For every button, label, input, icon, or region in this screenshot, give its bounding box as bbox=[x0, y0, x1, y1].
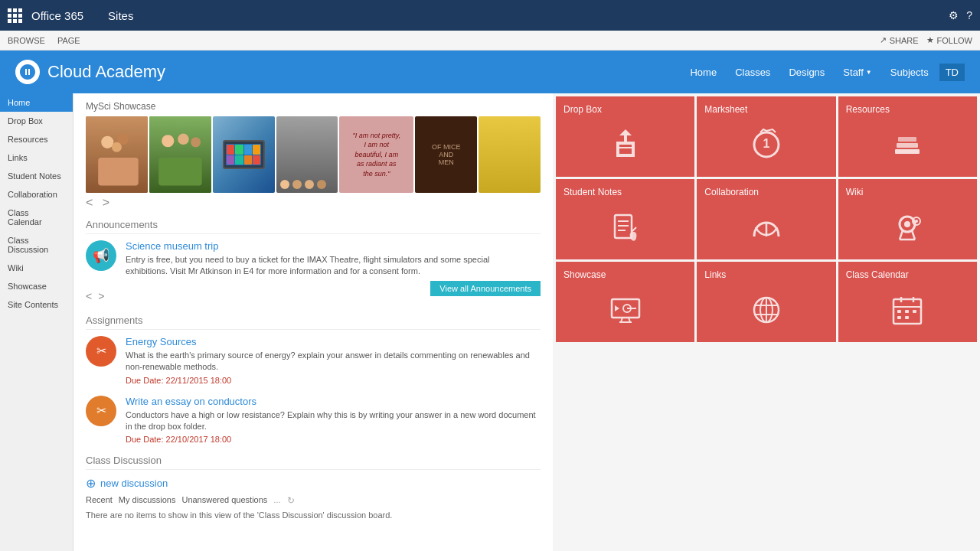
sidebar-item-showcase[interactable]: Showcase bbox=[0, 277, 73, 295]
tile-collaboration[interactable]: Collaboration bbox=[697, 179, 835, 259]
carousel-img-3 bbox=[213, 116, 275, 193]
view-all-announcements[interactable]: View all Announcements bbox=[430, 281, 541, 296]
assignment-icon-2: ✂ bbox=[86, 396, 116, 426]
assignment-title-1[interactable]: Energy Sources bbox=[126, 336, 541, 347]
svg-rect-3 bbox=[98, 158, 139, 185]
tile-showcase-title: Showcase bbox=[564, 269, 687, 280]
discussion-section: Class Discussion ⊕ new discussion Recent… bbox=[86, 455, 541, 520]
tile-collaboration-title: Collaboration bbox=[704, 187, 828, 197]
tile-marksheet[interactable]: Marksheet 1 bbox=[697, 96, 835, 177]
sidebar-item-collaboration[interactable]: Collaboration bbox=[0, 185, 73, 204]
assignment-item-2: ✂ Write an essay on conductors Conductor… bbox=[86, 396, 541, 445]
help-icon[interactable]: ? bbox=[966, 9, 972, 21]
tile-links-icon bbox=[704, 285, 828, 334]
svg-rect-11 bbox=[895, 149, 920, 154]
svg-rect-7 bbox=[158, 158, 202, 185]
follow-icon: ★ bbox=[926, 35, 934, 45]
assignment-title-2[interactable]: Write an essay on conductors bbox=[126, 396, 541, 407]
nav-classes[interactable]: Classes bbox=[727, 64, 778, 81]
staff-caret: ▼ bbox=[866, 69, 872, 76]
announcement-item: 📢 Science museum trip Entry is free, but… bbox=[86, 240, 541, 278]
quote-text: "I am not pretty, I am not beautiful, I … bbox=[345, 125, 407, 185]
svg-rect-31 bbox=[897, 310, 901, 313]
tile-links[interactable]: Links bbox=[697, 262, 835, 342]
svg-rect-35 bbox=[905, 316, 909, 319]
ann-next[interactable]: > bbox=[98, 290, 104, 302]
tile-resources-icon bbox=[846, 119, 969, 169]
nav-user[interactable]: TD bbox=[939, 64, 965, 81]
showcase-carousel: "I am not pretty, I am not beautiful, I … bbox=[86, 116, 541, 193]
settings-icon[interactable]: ⚙ bbox=[949, 9, 959, 21]
tile-class-calendar-icon bbox=[846, 285, 969, 334]
ann-nav: < > bbox=[86, 290, 104, 302]
svg-point-5 bbox=[178, 134, 189, 145]
tile-resources[interactable]: Resources bbox=[838, 96, 977, 177]
svg-point-2 bbox=[112, 142, 122, 152]
tile-class-calendar[interactable]: Class Calendar bbox=[838, 262, 977, 342]
tiles-panel: Drop Box Marksheet 1 Resources Student N… bbox=[553, 93, 980, 551]
page-button[interactable]: PAGE bbox=[57, 36, 80, 45]
carousel-img-7 bbox=[479, 116, 541, 193]
carousel-img-6: OF MICEANDMEN bbox=[415, 116, 477, 193]
share-button[interactable]: ↗ SHARE bbox=[880, 35, 919, 45]
sidebar-item-dropbox[interactable]: Drop Box bbox=[0, 112, 73, 130]
assignment-due-1: Due Date: 22/11/2015 18:00 bbox=[126, 376, 541, 385]
sidebar-item-class-discussion[interactable]: Class Discussion bbox=[0, 231, 73, 259]
sidebar-item-site-contents[interactable]: Site Contents bbox=[0, 295, 73, 314]
showcase-title: MySci Showcase bbox=[86, 101, 541, 112]
follow-button[interactable]: ★ FOLLOW bbox=[926, 35, 972, 45]
tile-drop-box[interactable]: Drop Box bbox=[556, 96, 694, 177]
nav-subjects[interactable]: Subjects bbox=[883, 64, 936, 81]
svg-rect-34 bbox=[897, 316, 901, 319]
logo-icon bbox=[15, 60, 40, 84]
nav-designs[interactable]: Designs bbox=[781, 64, 832, 81]
sidebar-item-links[interactable]: Links bbox=[0, 148, 73, 167]
tile-class-calendar-title: Class Calendar bbox=[846, 269, 969, 280]
announcements-section: Announcements 📢 Science museum trip Entr… bbox=[86, 219, 541, 305]
assignments-title: Assignments bbox=[86, 315, 541, 330]
announcement-text: Entry is free, but you need to buy a tic… bbox=[126, 254, 531, 278]
sidebar-item-resources[interactable]: Resources bbox=[0, 130, 73, 148]
new-discussion-button[interactable]: ⊕ new discussion bbox=[86, 476, 541, 491]
tile-drop-box-title: Drop Box bbox=[564, 104, 687, 115]
tab-unanswered[interactable]: Unanswered questions bbox=[181, 495, 267, 506]
sidebar-item-wiki[interactable]: Wiki bbox=[0, 259, 73, 277]
assignment-item-1: ✂ Energy Sources What is the earth's pri… bbox=[86, 336, 541, 385]
announcements-title: Announcements bbox=[86, 219, 541, 234]
tile-student-notes[interactable]: Student Notes bbox=[556, 179, 694, 259]
sites-label[interactable]: Sites bbox=[108, 9, 133, 22]
tile-showcase[interactable]: Showcase bbox=[556, 262, 694, 342]
tile-student-notes-title: Student Notes bbox=[564, 187, 687, 197]
carousel-img-5: "I am not pretty, I am not beautiful, I … bbox=[339, 116, 413, 193]
sidebar-item-student-notes[interactable]: Student Notes bbox=[0, 167, 73, 185]
tile-showcase-icon bbox=[564, 285, 687, 334]
site-nav: Home Classes Designs Staff ▼ Subjects TD bbox=[682, 64, 965, 81]
tile-wiki[interactable]: Wiki bbox=[838, 179, 977, 259]
announcement-title[interactable]: Science museum trip bbox=[126, 240, 531, 252]
carousel-img-1 bbox=[86, 116, 148, 193]
waffle-menu-icon[interactable] bbox=[8, 8, 22, 23]
assignment-due-2: Due Date: 22/10/2017 18:00 bbox=[126, 435, 541, 444]
tab-recent[interactable]: Recent bbox=[86, 495, 113, 506]
svg-point-19 bbox=[915, 220, 918, 223]
svg-rect-13 bbox=[898, 137, 916, 142]
tile-resources-title: Resources bbox=[846, 104, 969, 115]
sidebar-item-class-calendar[interactable]: Class Calendar bbox=[0, 204, 73, 231]
browse-button[interactable]: BROWSE bbox=[8, 36, 45, 45]
tab-more[interactable]: ... bbox=[273, 495, 280, 506]
announcement-content: Science museum trip Entry is free, but y… bbox=[126, 240, 531, 278]
carousel-next[interactable]: > bbox=[103, 196, 109, 209]
loading-spinner: ↻ bbox=[287, 495, 295, 506]
carousel-nav[interactable]: < > bbox=[86, 196, 541, 210]
tile-student-notes-icon bbox=[564, 202, 687, 252]
carousel-prev[interactable]: < bbox=[86, 196, 93, 209]
tab-my-discussions[interactable]: My discussions bbox=[119, 495, 176, 506]
nav-staff[interactable]: Staff ▼ bbox=[835, 64, 879, 81]
sidebar-item-home[interactable]: Home bbox=[0, 93, 73, 112]
main-content: MySci Showcase bbox=[74, 93, 553, 551]
ann-prev[interactable]: < bbox=[86, 290, 92, 302]
announcement-icon: 📢 bbox=[86, 240, 116, 271]
nav-home[interactable]: Home bbox=[682, 64, 724, 81]
svg-point-6 bbox=[191, 137, 201, 147]
top-bar: Office 365 Sites ⚙ ? bbox=[0, 0, 980, 31]
